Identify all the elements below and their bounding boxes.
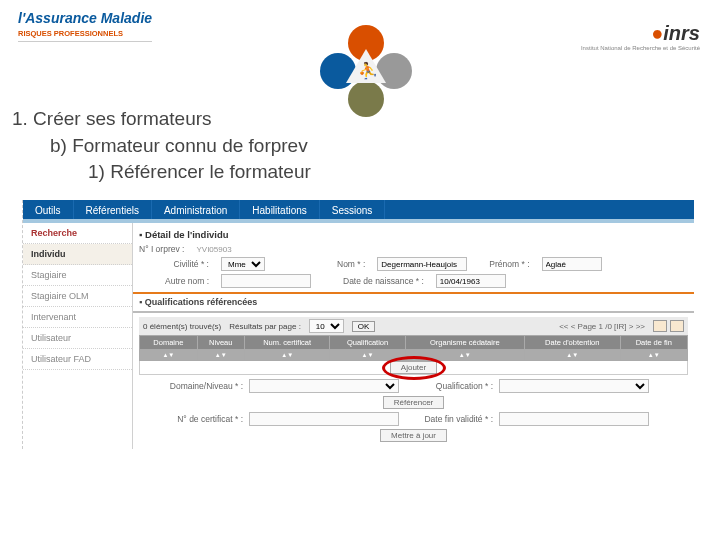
- certificat-label: N° de certificat * :: [139, 414, 249, 424]
- sort-icon[interactable]: ▲▼: [524, 350, 620, 361]
- datefin-input[interactable]: [499, 412, 649, 426]
- col-organisme[interactable]: Organisme cédataire: [405, 336, 524, 350]
- qualifications-table: Domaine Niveau Num. certificat Qualifica…: [139, 335, 688, 375]
- logo-assurance-maladie: l'Assurance Maladie RISQUES PROFESSIONNE…: [18, 10, 152, 42]
- col-niveau[interactable]: Niveau: [197, 336, 244, 350]
- title-line-2: b) Formateur connu de forprev: [12, 133, 311, 160]
- menubar: Outils Référentiels Administration Habil…: [23, 200, 694, 223]
- civilite-select[interactable]: Mme: [221, 257, 265, 271]
- ok-button[interactable]: OK: [352, 321, 376, 332]
- qualification-select[interactable]: [499, 379, 649, 393]
- ajouter-button[interactable]: Ajouter: [390, 361, 437, 374]
- logo-inrs: ●inrs Institut National de Recherche et …: [581, 22, 700, 51]
- prenom-label: Prénom * :: [489, 259, 529, 269]
- logo-right-text: inrs: [663, 22, 700, 44]
- sort-icon[interactable]: ▲▼: [330, 350, 405, 361]
- menu-outils[interactable]: Outils: [23, 200, 74, 219]
- sidebar-utilisateur-fad[interactable]: Utilisateur FAD: [23, 349, 132, 370]
- logo-right-subtext: Institut National de Recherche et de Séc…: [581, 45, 700, 51]
- sort-icon[interactable]: ▲▼: [620, 350, 687, 361]
- per-page-label: Résultats par page :: [229, 322, 301, 331]
- export-icon-2[interactable]: [670, 320, 684, 332]
- autrenom-label: Autre nom :: [139, 276, 209, 286]
- nom-label: Nom * :: [337, 259, 365, 269]
- domaine-niveau-select[interactable]: [249, 379, 399, 393]
- forprev-label: N° I orprev :: [139, 244, 184, 254]
- center-graphic: ⛹: [320, 25, 412, 117]
- section-detail-title: Détail de l'individu: [145, 229, 229, 240]
- menu-referentiels[interactable]: Référentiels: [74, 200, 152, 219]
- nom-input[interactable]: [377, 257, 467, 271]
- col-qualification[interactable]: Qualification: [330, 336, 405, 350]
- logo-left-text: l'Assurance Maladie: [18, 10, 152, 26]
- menu-sessions[interactable]: Sessions: [320, 200, 386, 219]
- title-line-3: 1) Référencer le formateur: [12, 159, 311, 186]
- logo-left-subtext: RISQUES PROFESSIONNELS: [18, 29, 152, 42]
- domaine-niveau-label: Domaine/Niveau * :: [139, 381, 249, 391]
- datefin-label: Date fin validité * :: [399, 414, 499, 424]
- sort-icon[interactable]: ▲▼: [405, 350, 524, 361]
- person-icon: ⛹: [358, 61, 378, 80]
- autrenom-input[interactable]: [221, 274, 311, 288]
- export-icon-1[interactable]: [653, 320, 667, 332]
- menu-habilitations[interactable]: Habilitations: [240, 200, 319, 219]
- menu-administration[interactable]: Administration: [152, 200, 240, 219]
- sidebar-utilisateur[interactable]: Utilisateur: [23, 328, 132, 349]
- results-count: 0 élément(s) trouvé(s): [143, 322, 221, 331]
- title-line-1: 1. Créer ses formateurs: [12, 106, 311, 133]
- dob-label: Date de naissance * :: [343, 276, 424, 286]
- col-date-fin[interactable]: Date de fin: [620, 336, 687, 350]
- forprev-value: YVI05903: [196, 245, 231, 254]
- main-panel: ▪ Détail de l'individu N° I orprev : YVI…: [133, 223, 694, 449]
- certificat-input[interactable]: [249, 412, 399, 426]
- sidebar-individu[interactable]: Individu: [23, 244, 132, 265]
- mettre-a-jour-button[interactable]: Mettre à jour: [380, 429, 447, 442]
- section-qual-title: Qualifications référencées: [145, 297, 258, 307]
- per-page-select[interactable]: 10: [309, 319, 344, 333]
- prenom-input[interactable]: [542, 257, 602, 271]
- slide-title: 1. Créer ses formateurs b) Formateur con…: [12, 106, 311, 186]
- sidebar-stagiaire[interactable]: Stagiaire: [23, 265, 132, 286]
- sort-icon[interactable]: ▲▼: [140, 350, 198, 361]
- app-screenshot: Outils Référentiels Administration Habil…: [22, 200, 694, 449]
- table-row: Ajouter: [140, 361, 688, 375]
- col-date-obtention[interactable]: Date d'obtention: [524, 336, 620, 350]
- sidebar-stagiaire-olm[interactable]: Stagiaire OLM: [23, 286, 132, 307]
- civilite-label: Civilité * :: [139, 259, 209, 269]
- qualification-label: Qualification * :: [399, 381, 499, 391]
- sidebar: Recherche Individu Stagiaire Stagiaire O…: [23, 223, 133, 449]
- col-num-certif[interactable]: Num. certificat: [244, 336, 330, 350]
- pager[interactable]: << < Page 1 /0 [IR] > >>: [559, 322, 645, 331]
- referencer-button[interactable]: Référencer: [383, 396, 445, 409]
- sidebar-intervenant[interactable]: Intervenant: [23, 307, 132, 328]
- dob-input[interactable]: [436, 274, 506, 288]
- sort-icon[interactable]: ▲▼: [244, 350, 330, 361]
- col-domaine[interactable]: Domaine: [140, 336, 198, 350]
- sidebar-recherche[interactable]: Recherche: [23, 223, 132, 244]
- sort-icon[interactable]: ▲▼: [197, 350, 244, 361]
